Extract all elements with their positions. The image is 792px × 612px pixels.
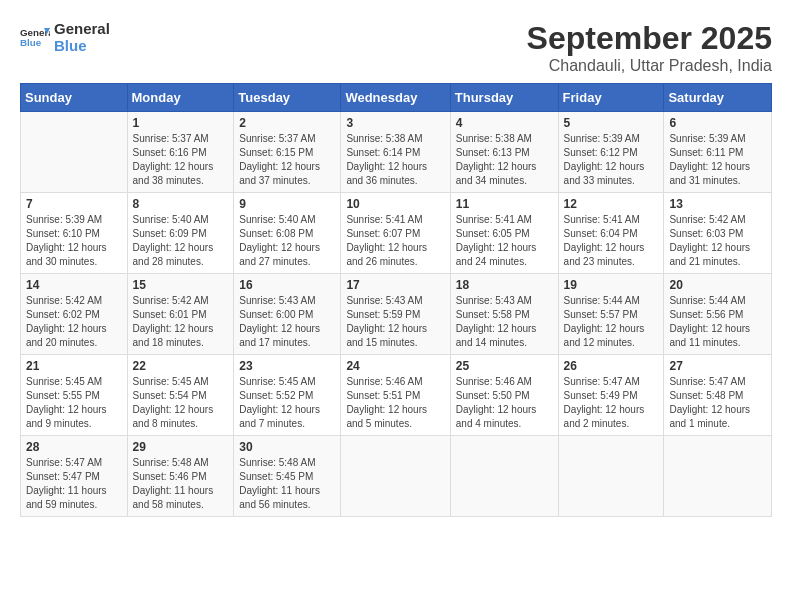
calendar-cell: 3Sunrise: 5:38 AM Sunset: 6:14 PM Daylig…	[341, 112, 450, 193]
calendar-week-5: 28Sunrise: 5:47 AM Sunset: 5:47 PM Dayli…	[21, 436, 772, 517]
svg-text:Blue: Blue	[20, 37, 42, 48]
calendar-table: SundayMondayTuesdayWednesdayThursdayFrid…	[20, 83, 772, 517]
calendar-cell	[664, 436, 772, 517]
header-tuesday: Tuesday	[234, 84, 341, 112]
header-sunday: Sunday	[21, 84, 128, 112]
calendar-cell: 2Sunrise: 5:37 AM Sunset: 6:15 PM Daylig…	[234, 112, 341, 193]
day-number: 11	[456, 197, 553, 211]
day-info: Sunrise: 5:48 AM Sunset: 5:46 PM Dayligh…	[133, 456, 229, 512]
header-friday: Friday	[558, 84, 664, 112]
calendar-cell: 21Sunrise: 5:45 AM Sunset: 5:55 PM Dayli…	[21, 355, 128, 436]
day-info: Sunrise: 5:47 AM Sunset: 5:48 PM Dayligh…	[669, 375, 766, 431]
calendar-cell: 30Sunrise: 5:48 AM Sunset: 5:45 PM Dayli…	[234, 436, 341, 517]
calendar-cell	[558, 436, 664, 517]
day-info: Sunrise: 5:47 AM Sunset: 5:47 PM Dayligh…	[26, 456, 122, 512]
calendar-cell: 12Sunrise: 5:41 AM Sunset: 6:04 PM Dayli…	[558, 193, 664, 274]
day-info: Sunrise: 5:42 AM Sunset: 6:03 PM Dayligh…	[669, 213, 766, 269]
day-number: 9	[239, 197, 335, 211]
calendar-cell: 26Sunrise: 5:47 AM Sunset: 5:49 PM Dayli…	[558, 355, 664, 436]
day-info: Sunrise: 5:45 AM Sunset: 5:55 PM Dayligh…	[26, 375, 122, 431]
day-number: 27	[669, 359, 766, 373]
day-number: 25	[456, 359, 553, 373]
calendar-header-row: SundayMondayTuesdayWednesdayThursdayFrid…	[21, 84, 772, 112]
day-info: Sunrise: 5:45 AM Sunset: 5:54 PM Dayligh…	[133, 375, 229, 431]
day-number: 29	[133, 440, 229, 454]
calendar-cell: 22Sunrise: 5:45 AM Sunset: 5:54 PM Dayli…	[127, 355, 234, 436]
day-number: 7	[26, 197, 122, 211]
day-info: Sunrise: 5:42 AM Sunset: 6:02 PM Dayligh…	[26, 294, 122, 350]
day-info: Sunrise: 5:39 AM Sunset: 6:10 PM Dayligh…	[26, 213, 122, 269]
calendar-cell: 1Sunrise: 5:37 AM Sunset: 6:16 PM Daylig…	[127, 112, 234, 193]
day-info: Sunrise: 5:47 AM Sunset: 5:49 PM Dayligh…	[564, 375, 659, 431]
day-number: 1	[133, 116, 229, 130]
day-number: 10	[346, 197, 444, 211]
header-wednesday: Wednesday	[341, 84, 450, 112]
day-info: Sunrise: 5:39 AM Sunset: 6:12 PM Dayligh…	[564, 132, 659, 188]
day-number: 19	[564, 278, 659, 292]
day-number: 24	[346, 359, 444, 373]
day-info: Sunrise: 5:38 AM Sunset: 6:14 PM Dayligh…	[346, 132, 444, 188]
day-number: 21	[26, 359, 122, 373]
day-info: Sunrise: 5:44 AM Sunset: 5:57 PM Dayligh…	[564, 294, 659, 350]
calendar-cell: 5Sunrise: 5:39 AM Sunset: 6:12 PM Daylig…	[558, 112, 664, 193]
calendar-week-2: 7Sunrise: 5:39 AM Sunset: 6:10 PM Daylig…	[21, 193, 772, 274]
calendar-cell: 20Sunrise: 5:44 AM Sunset: 5:56 PM Dayli…	[664, 274, 772, 355]
day-info: Sunrise: 5:43 AM Sunset: 5:59 PM Dayligh…	[346, 294, 444, 350]
calendar-cell: 7Sunrise: 5:39 AM Sunset: 6:10 PM Daylig…	[21, 193, 128, 274]
day-info: Sunrise: 5:40 AM Sunset: 6:09 PM Dayligh…	[133, 213, 229, 269]
calendar-week-4: 21Sunrise: 5:45 AM Sunset: 5:55 PM Dayli…	[21, 355, 772, 436]
calendar-cell	[341, 436, 450, 517]
header-thursday: Thursday	[450, 84, 558, 112]
day-number: 5	[564, 116, 659, 130]
calendar-cell: 16Sunrise: 5:43 AM Sunset: 6:00 PM Dayli…	[234, 274, 341, 355]
day-info: Sunrise: 5:44 AM Sunset: 5:56 PM Dayligh…	[669, 294, 766, 350]
day-info: Sunrise: 5:41 AM Sunset: 6:04 PM Dayligh…	[564, 213, 659, 269]
title-area: September 2025 Chandauli, Uttar Pradesh,…	[527, 20, 772, 75]
day-number: 16	[239, 278, 335, 292]
day-number: 4	[456, 116, 553, 130]
header: General Blue General Blue September 2025…	[20, 20, 772, 75]
location-title: Chandauli, Uttar Pradesh, India	[527, 57, 772, 75]
calendar-cell: 15Sunrise: 5:42 AM Sunset: 6:01 PM Dayli…	[127, 274, 234, 355]
day-number: 8	[133, 197, 229, 211]
calendar-cell	[21, 112, 128, 193]
day-number: 28	[26, 440, 122, 454]
day-info: Sunrise: 5:48 AM Sunset: 5:45 PM Dayligh…	[239, 456, 335, 512]
calendar-cell: 19Sunrise: 5:44 AM Sunset: 5:57 PM Dayli…	[558, 274, 664, 355]
month-title: September 2025	[527, 20, 772, 57]
calendar-cell: 10Sunrise: 5:41 AM Sunset: 6:07 PM Dayli…	[341, 193, 450, 274]
day-info: Sunrise: 5:39 AM Sunset: 6:11 PM Dayligh…	[669, 132, 766, 188]
calendar-cell: 27Sunrise: 5:47 AM Sunset: 5:48 PM Dayli…	[664, 355, 772, 436]
day-info: Sunrise: 5:41 AM Sunset: 6:07 PM Dayligh…	[346, 213, 444, 269]
calendar-cell: 24Sunrise: 5:46 AM Sunset: 5:51 PM Dayli…	[341, 355, 450, 436]
day-info: Sunrise: 5:46 AM Sunset: 5:50 PM Dayligh…	[456, 375, 553, 431]
day-info: Sunrise: 5:43 AM Sunset: 6:00 PM Dayligh…	[239, 294, 335, 350]
day-number: 2	[239, 116, 335, 130]
logo-blue: Blue	[54, 37, 110, 54]
calendar-cell: 13Sunrise: 5:42 AM Sunset: 6:03 PM Dayli…	[664, 193, 772, 274]
day-info: Sunrise: 5:41 AM Sunset: 6:05 PM Dayligh…	[456, 213, 553, 269]
day-number: 18	[456, 278, 553, 292]
logo-icon: General Blue	[20, 25, 50, 49]
calendar-cell: 25Sunrise: 5:46 AM Sunset: 5:50 PM Dayli…	[450, 355, 558, 436]
day-info: Sunrise: 5:42 AM Sunset: 6:01 PM Dayligh…	[133, 294, 229, 350]
day-number: 20	[669, 278, 766, 292]
logo-general: General	[54, 20, 110, 37]
calendar-cell	[450, 436, 558, 517]
day-info: Sunrise: 5:45 AM Sunset: 5:52 PM Dayligh…	[239, 375, 335, 431]
day-info: Sunrise: 5:38 AM Sunset: 6:13 PM Dayligh…	[456, 132, 553, 188]
day-info: Sunrise: 5:46 AM Sunset: 5:51 PM Dayligh…	[346, 375, 444, 431]
day-number: 30	[239, 440, 335, 454]
day-info: Sunrise: 5:40 AM Sunset: 6:08 PM Dayligh…	[239, 213, 335, 269]
calendar-week-1: 1Sunrise: 5:37 AM Sunset: 6:16 PM Daylig…	[21, 112, 772, 193]
calendar-cell: 29Sunrise: 5:48 AM Sunset: 5:46 PM Dayli…	[127, 436, 234, 517]
day-info: Sunrise: 5:37 AM Sunset: 6:16 PM Dayligh…	[133, 132, 229, 188]
calendar-cell: 17Sunrise: 5:43 AM Sunset: 5:59 PM Dayli…	[341, 274, 450, 355]
header-monday: Monday	[127, 84, 234, 112]
calendar-cell: 6Sunrise: 5:39 AM Sunset: 6:11 PM Daylig…	[664, 112, 772, 193]
day-number: 14	[26, 278, 122, 292]
day-number: 22	[133, 359, 229, 373]
calendar-cell: 9Sunrise: 5:40 AM Sunset: 6:08 PM Daylig…	[234, 193, 341, 274]
day-number: 12	[564, 197, 659, 211]
day-info: Sunrise: 5:43 AM Sunset: 5:58 PM Dayligh…	[456, 294, 553, 350]
